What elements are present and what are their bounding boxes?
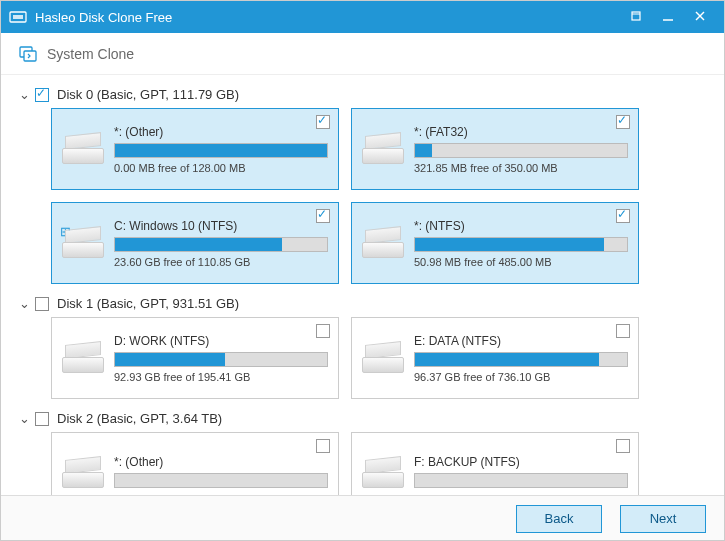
app-logo-icon <box>9 8 27 26</box>
partition-card[interactable]: E: DATA (NTFS)96.37 GB free of 736.10 GB <box>351 317 639 399</box>
chevron-down-icon[interactable]: ⌄ <box>17 411 31 426</box>
partition-name: *: (Other) <box>114 125 328 139</box>
disk-checkbox[interactable] <box>35 412 49 426</box>
partition-grid: *: (Other)F: BACKUP (NTFS) <box>51 432 704 495</box>
partition-name: *: (NTFS) <box>414 219 628 233</box>
partition-checkbox[interactable] <box>316 209 330 223</box>
usage-bar <box>114 143 328 158</box>
partition-name: C: Windows 10 (NTFS) <box>114 219 328 233</box>
window-title: Hasleo Disk Clone Free <box>35 10 620 25</box>
close-icon[interactable] <box>684 9 716 25</box>
disk-row: ⌄Disk 1 (Basic, GPT, 931.51 GB) <box>17 296 704 311</box>
usage-bar <box>414 143 628 158</box>
usage-bar <box>414 237 628 252</box>
partition-name: D: WORK (NTFS) <box>114 334 328 348</box>
disk-icon <box>62 337 104 379</box>
page-title: System Clone <box>47 46 134 62</box>
disk-icon <box>362 337 404 379</box>
partition-grid: *: (Other)0.00 MB free of 128.00 MB*: (F… <box>51 108 704 284</box>
svg-rect-1 <box>13 15 23 19</box>
disk-icon <box>362 222 404 264</box>
partition-free: 92.93 GB free of 195.41 GB <box>114 371 328 383</box>
usage-bar <box>414 473 628 488</box>
partition-free: 0.00 MB free of 128.00 MB <box>114 162 328 174</box>
partition-checkbox[interactable] <box>316 439 330 453</box>
disk-checkbox[interactable] <box>35 88 49 102</box>
partition-free: 96.37 GB free of 736.10 GB <box>414 371 628 383</box>
partition-card[interactable]: *: (Other) <box>51 432 339 495</box>
disk-label: Disk 1 (Basic, GPT, 931.51 GB) <box>57 296 239 311</box>
usage-bar <box>114 473 328 488</box>
back-button[interactable]: Back <box>516 505 602 533</box>
disk-icon <box>62 128 104 170</box>
partition-card[interactable]: *: (Other)0.00 MB free of 128.00 MB <box>51 108 339 190</box>
partition-checkbox[interactable] <box>616 209 630 223</box>
svg-rect-2 <box>632 12 640 20</box>
partition-checkbox[interactable] <box>616 115 630 129</box>
partition-card[interactable]: *: (NTFS)50.98 MB free of 485.00 MB <box>351 202 639 284</box>
restore-icon[interactable] <box>620 9 652 25</box>
usage-bar <box>114 352 328 367</box>
disk-label: Disk 0 (Basic, GPT, 111.79 GB) <box>57 87 239 102</box>
disk-label: Disk 2 (Basic, GPT, 3.64 TB) <box>57 411 222 426</box>
partition-checkbox[interactable] <box>616 324 630 338</box>
partition-checkbox[interactable] <box>316 324 330 338</box>
chevron-down-icon[interactable]: ⌄ <box>17 296 31 311</box>
partition-checkbox[interactable] <box>616 439 630 453</box>
footer: Back Next <box>1 495 724 541</box>
partition-name: *: (Other) <box>114 455 328 469</box>
partition-name: E: DATA (NTFS) <box>414 334 628 348</box>
chevron-down-icon[interactable]: ⌄ <box>17 87 31 102</box>
disk-icon <box>362 452 404 494</box>
partition-free: 23.60 GB free of 110.85 GB <box>114 256 328 268</box>
disk-icon: ⊞ <box>62 222 104 264</box>
usage-bar <box>414 352 628 367</box>
disk-icon <box>62 452 104 494</box>
partition-free: 50.98 MB free of 485.00 MB <box>414 256 628 268</box>
disk-row: ⌄Disk 0 (Basic, GPT, 111.79 GB) <box>17 87 704 102</box>
partition-name: *: (FAT32) <box>414 125 628 139</box>
partition-card[interactable]: F: BACKUP (NTFS) <box>351 432 639 495</box>
partition-free: 321.85 MB free of 350.00 MB <box>414 162 628 174</box>
page-header: System Clone <box>1 33 724 75</box>
partition-grid: D: WORK (NTFS)92.93 GB free of 195.41 GB… <box>51 317 704 399</box>
titlebar: Hasleo Disk Clone Free <box>1 1 724 33</box>
disk-list[interactable]: ⌄Disk 0 (Basic, GPT, 111.79 GB)*: (Other… <box>1 75 724 495</box>
disk-checkbox[interactable] <box>35 297 49 311</box>
usage-bar <box>114 237 328 252</box>
minimize-icon[interactable] <box>652 9 684 25</box>
next-button[interactable]: Next <box>620 505 706 533</box>
partition-card[interactable]: *: (FAT32)321.85 MB free of 350.00 MB <box>351 108 639 190</box>
partition-name: F: BACKUP (NTFS) <box>414 455 628 469</box>
disk-icon <box>362 128 404 170</box>
partition-card[interactable]: D: WORK (NTFS)92.93 GB free of 195.41 GB <box>51 317 339 399</box>
partition-checkbox[interactable] <box>316 115 330 129</box>
system-clone-icon <box>19 45 37 63</box>
disk-row: ⌄Disk 2 (Basic, GPT, 3.64 TB) <box>17 411 704 426</box>
partition-card[interactable]: ⊞C: Windows 10 (NTFS)23.60 GB free of 11… <box>51 202 339 284</box>
